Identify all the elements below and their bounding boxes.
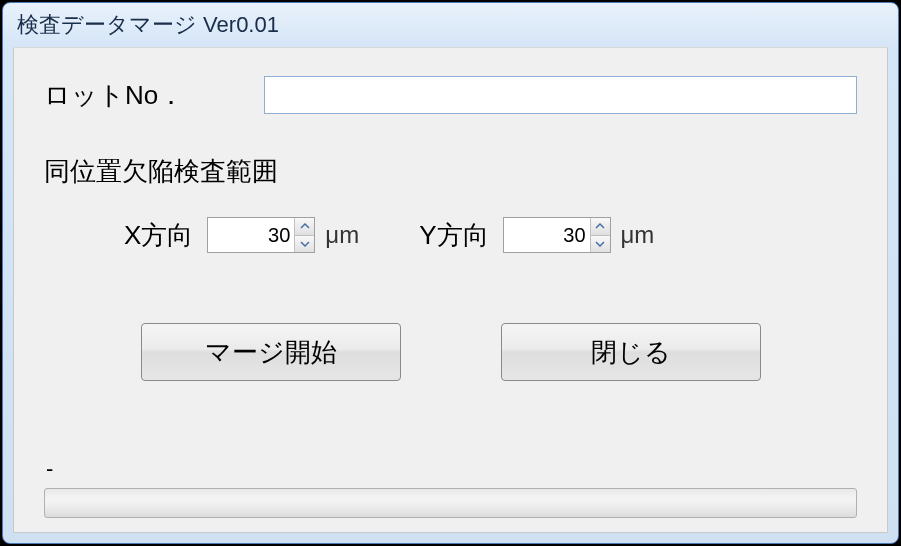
x-spin-up-button[interactable] (295, 218, 314, 236)
close-button[interactable]: 閉じる (501, 323, 761, 381)
y-direction-group: Y方向 μm (419, 217, 654, 253)
status-text: - (44, 456, 857, 482)
chevron-up-icon (595, 223, 605, 229)
merge-start-button[interactable]: マージ開始 (141, 323, 401, 381)
y-spin-up-button[interactable] (591, 218, 610, 236)
y-value-input[interactable] (504, 218, 590, 252)
x-spin-down-button[interactable] (295, 236, 314, 253)
x-spinner-buttons (294, 218, 314, 252)
chevron-down-icon (595, 241, 605, 247)
status-area: - (44, 456, 857, 518)
range-section-label: 同位置欠陥検査範囲 (44, 154, 857, 189)
lot-number-input[interactable] (264, 76, 857, 114)
y-unit-label: μm (621, 221, 655, 249)
titlebar: 検査データマージ Ver0.01 (3, 3, 898, 47)
y-label: Y方向 (419, 218, 488, 253)
client-area: ロットNo． 同位置欠陥検査範囲 X方向 (13, 47, 888, 533)
y-spin-down-button[interactable] (591, 236, 610, 253)
chevron-up-icon (300, 223, 310, 229)
y-spinner-buttons (590, 218, 610, 252)
y-spinner (503, 217, 611, 253)
lot-label: ロットNo． (44, 78, 264, 113)
x-spinner (207, 217, 315, 253)
x-direction-group: X方向 μm (124, 217, 359, 253)
main-window: 検査データマージ Ver0.01 ロットNo． 同位置欠陥検査範囲 X方向 (2, 2, 899, 544)
x-value-input[interactable] (208, 218, 294, 252)
chevron-down-icon (300, 241, 310, 247)
range-row: X方向 μm Y方向 (44, 217, 857, 253)
window-title: 検査データマージ Ver0.01 (17, 10, 279, 40)
x-label: X方向 (124, 218, 193, 253)
lot-row: ロットNo． (44, 76, 857, 114)
progress-bar (44, 488, 857, 518)
x-unit-label: μm (325, 221, 359, 249)
button-row: マージ開始 閉じる (44, 323, 857, 381)
